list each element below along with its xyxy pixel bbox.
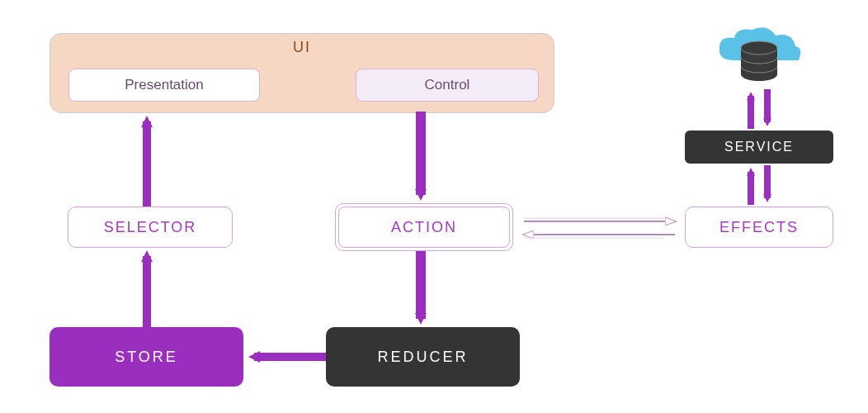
- control-label: Control: [425, 77, 470, 93]
- reducer-label: REDUCER: [377, 349, 468, 366]
- presentation-box: Presentation: [68, 69, 260, 102]
- presentation-label: Presentation: [125, 77, 203, 93]
- action-box: ACTION: [335, 203, 513, 251]
- store-box: STORE: [50, 327, 243, 387]
- reducer-box: REDUCER: [326, 327, 520, 387]
- svg-point-2: [741, 68, 777, 81]
- service-box: SERVICE: [685, 131, 833, 164]
- store-label: STORE: [115, 349, 178, 366]
- ui-title: UI: [293, 39, 311, 56]
- service-label: SERVICE: [724, 140, 794, 154]
- selector-label: SELECTOR: [104, 219, 197, 236]
- effects-label: EFFECTS: [719, 219, 799, 236]
- cloud-db-icon: [710, 23, 809, 89]
- selector-box: SELECTOR: [68, 206, 233, 248]
- effects-box: EFFECTS: [685, 206, 833, 248]
- control-box: Control: [356, 69, 539, 102]
- ui-group: UI Presentation Control: [50, 33, 554, 113]
- action-inner: ACTION: [338, 206, 510, 248]
- action-label: ACTION: [391, 219, 457, 236]
